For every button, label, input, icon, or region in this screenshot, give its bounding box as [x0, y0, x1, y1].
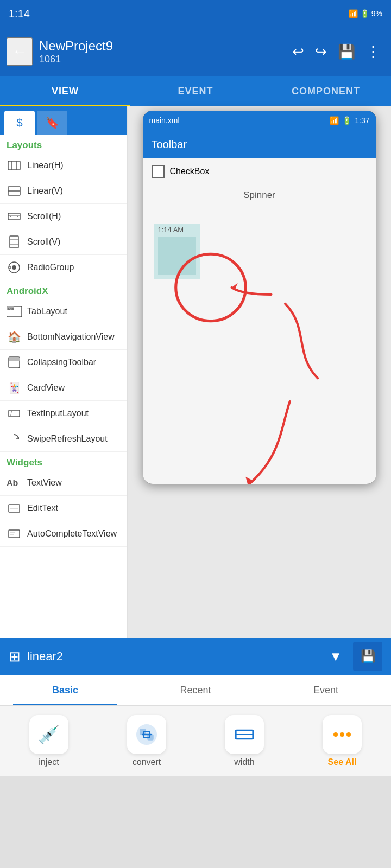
- component-textview[interactable]: Ab TextView: [0, 470, 127, 496]
- tablayout-icon: TAB: [7, 304, 22, 319]
- swiperefreshlayout-label: SwipeRefreshLayout: [27, 434, 108, 444]
- component-scroll-v[interactable]: Scroll(V): [0, 229, 127, 255]
- phone-time: 1:37: [355, 116, 369, 125]
- left-tab-palette[interactable]: $: [4, 111, 35, 135]
- phone-checkbox-row: CheckBox: [143, 158, 376, 184]
- component-bottomnavigationview[interactable]: 🏠 BottomNavigationView: [0, 324, 127, 350]
- component-edittext[interactable]: EditText: [0, 496, 127, 521]
- tool-convert[interactable]: convert: [114, 715, 179, 767]
- phone-frame: main.xml 📶 🔋 1:37 Toolbar CheckBox Spinn…: [143, 111, 376, 484]
- component-textinputlayout[interactable]: I TextInputLayout: [0, 401, 127, 426]
- swiperefreshlayout-icon: [7, 431, 22, 446]
- bottom-tab-event[interactable]: Event: [261, 675, 391, 705]
- radiogroup-label: RadioGroup: [27, 263, 74, 272]
- status-time: 1:14: [9, 8, 30, 20]
- left-panel: $ 🔖 Layouts Linear(H) Linear(V) Scroll(H: [0, 106, 128, 638]
- svg-rect-0: [8, 161, 20, 170]
- inject-icon-box: 💉: [29, 715, 68, 754]
- svg-point-39: [346, 732, 351, 737]
- tool-inject[interactable]: 💉 inject: [16, 715, 81, 767]
- main-area: $ 🔖 Layouts Linear(H) Linear(V) Scroll(H: [0, 106, 391, 638]
- phone-toolbar: Toolbar: [143, 130, 376, 158]
- textview-label: TextView: [27, 478, 62, 488]
- project-subtitle: 1061: [39, 54, 281, 65]
- tab-component[interactable]: COMPONENT: [261, 76, 391, 106]
- save-button[interactable]: 💾: [333, 39, 360, 65]
- phone-signal-icon: 📶: [330, 116, 339, 125]
- bookmark-icon: 🔖: [46, 116, 59, 129]
- component-scroll-h[interactable]: Scroll(H): [0, 204, 127, 229]
- component-tablayout[interactable]: TAB TabLayout: [0, 299, 127, 324]
- more-button[interactable]: ⋮: [362, 39, 384, 65]
- phone-checkbox-label: CheckBox: [170, 167, 210, 176]
- phone-time-block: [158, 237, 196, 275]
- textinputlayout-icon: I: [7, 406, 22, 421]
- redo-button[interactable]: ↪: [311, 39, 331, 65]
- component-linear-h[interactable]: Linear(H): [0, 153, 127, 178]
- component-linear-v[interactable]: Linear(V): [0, 178, 127, 204]
- svg-text:Ab: Ab: [7, 478, 18, 488]
- collapsingtoolbar-label: CollapsingToolbar: [27, 358, 96, 367]
- component-autocompletetextview[interactable]: AutoCompleteTextView: [0, 521, 127, 547]
- edittext-icon: [7, 501, 22, 516]
- svg-rect-32: [148, 735, 153, 740]
- svg-point-11: [12, 265, 16, 270]
- convert-label: convert: [133, 757, 161, 767]
- status-bar: 1:14 📶 🔋 9%: [0, 0, 391, 27]
- linear-v-icon: [7, 183, 22, 199]
- seeall-icon-box: [323, 715, 362, 754]
- tab-bar: VIEW EVENT COMPONENT: [0, 76, 391, 106]
- textview-icon: Ab: [7, 475, 22, 490]
- header-actions: ↩ ↪ 💾 ⋮: [288, 39, 384, 65]
- section-androidx: AndroidX: [0, 280, 127, 299]
- tool-width[interactable]: width: [212, 715, 277, 767]
- project-name: NewProject9: [39, 39, 281, 54]
- component-radiogroup[interactable]: RadioGroup: [0, 255, 127, 280]
- bottom-save-button[interactable]: 💾: [353, 642, 382, 671]
- inject-label: inject: [39, 757, 59, 767]
- left-panel-tabs: $ 🔖: [0, 106, 127, 135]
- tab-event[interactable]: EVENT: [130, 76, 261, 106]
- seeall-label: See All: [328, 757, 357, 767]
- back-button[interactable]: ←: [7, 37, 33, 66]
- preview-panel: main.xml 📶 🔋 1:37 Toolbar CheckBox Spinn…: [128, 106, 391, 638]
- component-swiperefreshlayout[interactable]: SwipeRefreshLayout: [0, 426, 127, 452]
- bottom-tab-recent[interactable]: Recent: [130, 675, 261, 705]
- phone-checkbox: [152, 165, 165, 178]
- tool-seeall[interactable]: See All: [310, 715, 375, 767]
- autocompletetextview-label: AutoCompleteTextView: [27, 529, 117, 539]
- linear-h-label: Linear(H): [27, 161, 64, 170]
- battery-signal-icons: 📶 🔋 9%: [349, 9, 382, 18]
- undo-button[interactable]: ↩: [288, 39, 308, 65]
- bottomnavigationview-icon: 🏠: [7, 329, 22, 344]
- scroll-h-label: Scroll(H): [27, 212, 61, 221]
- linear-v-label: Linear(V): [27, 186, 63, 196]
- phone-filename: main.xml: [149, 116, 180, 125]
- svg-marker-27: [231, 283, 237, 290]
- convert-icon-box: [127, 715, 166, 754]
- bottom-tab-basic[interactable]: Basic: [0, 675, 130, 705]
- component-collapsingtoolbar[interactable]: CollapsingToolbar: [0, 350, 127, 375]
- phone-status-bar: main.xml 📶 🔋 1:37: [143, 111, 376, 130]
- left-tab-bookmark[interactable]: 🔖: [37, 111, 67, 135]
- section-widgets: Widgets: [0, 452, 127, 470]
- bottom-tabs: Basic Recent Event: [0, 675, 391, 705]
- svg-text:TAB: TAB: [8, 307, 14, 310]
- bottomnavigationview-label: BottomNavigationView: [27, 332, 115, 342]
- collapsingtoolbar-icon: [7, 355, 22, 370]
- header-title-group: NewProject9 1061: [39, 39, 281, 65]
- tab-view[interactable]: VIEW: [0, 76, 130, 106]
- svg-point-38: [340, 732, 344, 737]
- status-icons: 📶 🔋 9%: [349, 9, 382, 18]
- section-layouts: Layouts: [0, 135, 127, 153]
- width-icon-box: [225, 715, 264, 754]
- svg-marker-28: [245, 477, 253, 484]
- bottom-selected-bar: ⊞ linear2 ▼ 💾: [0, 638, 391, 675]
- svg-rect-7: [10, 236, 18, 248]
- component-cardview[interactable]: 🃏 CardView: [0, 375, 127, 401]
- svg-rect-23: [9, 530, 20, 538]
- svg-text:I: I: [10, 411, 12, 417]
- tablayout-label: TabLayout: [27, 307, 67, 316]
- linear-h-icon: [7, 158, 22, 173]
- dropdown-button[interactable]: ▼: [325, 644, 346, 668]
